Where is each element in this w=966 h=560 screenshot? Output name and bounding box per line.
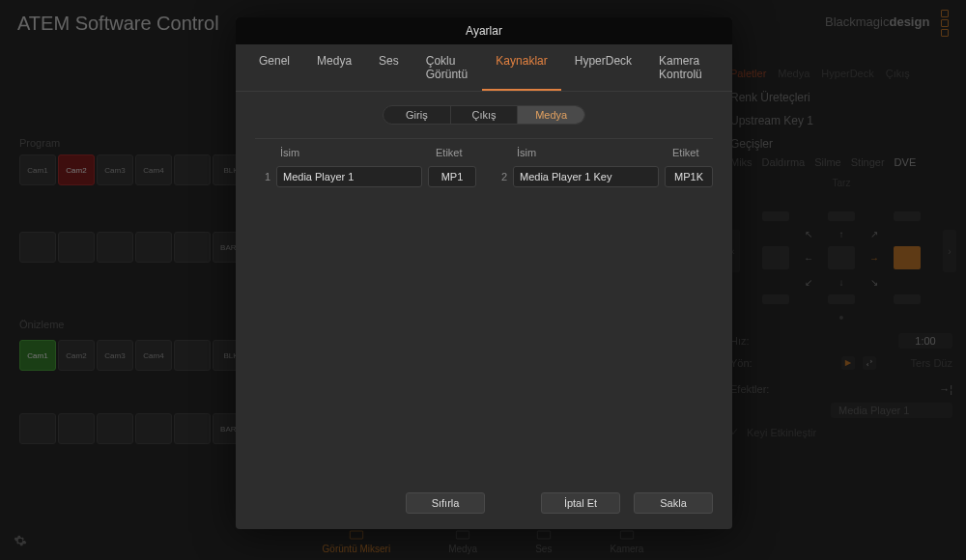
row-index: 1 [255, 171, 276, 182]
col-tag-1: Etiket [436, 147, 476, 158]
reset-button[interactable]: Sıfırla [406, 492, 485, 514]
table-header: İsim Etiket İsim Etiket [255, 139, 713, 166]
source-name-input[interactable]: Media Player 1 Key [513, 166, 659, 187]
modal-tab[interactable]: Genel [245, 44, 303, 91]
cancel-button[interactable]: İptal Et [541, 492, 620, 514]
col-name-1: İsim [274, 147, 436, 158]
segment-medya[interactable]: Medya [517, 106, 584, 124]
modal-tabs: GenelMedyaSesÇoklu GörüntüKaynaklarHyper… [236, 44, 732, 92]
source-tag-input[interactable]: MP1K [665, 166, 713, 187]
modal-tab[interactable]: Medya [303, 44, 365, 91]
modal-tab[interactable]: Ses [365, 44, 412, 91]
row-index: 2 [492, 171, 513, 182]
modal-tab[interactable]: Çoklu Görüntü [412, 44, 483, 91]
source-tag-input[interactable]: MP1 [428, 166, 476, 187]
modal-tab[interactable]: Kaynaklar [482, 44, 560, 91]
source-name-input[interactable]: Media Player 1 [276, 166, 422, 187]
modal-title: Ayarlar [236, 17, 732, 44]
col-tag-2: Etiket [672, 147, 713, 158]
col-name-2: İsim [511, 147, 672, 158]
sources-table: İsim Etiket İsim Etiket 1 Media Player 1… [255, 138, 713, 481]
segment-çıkış[interactable]: Çıkış [450, 106, 518, 124]
modal-tab[interactable]: Kamera Kontrolü [645, 44, 723, 91]
modal-tab[interactable]: HyperDeck [561, 44, 645, 91]
save-button[interactable]: Sakla [634, 492, 713, 514]
segment-giriş[interactable]: Giriş [384, 106, 450, 124]
settings-modal: Ayarlar GenelMedyaSesÇoklu GörüntüKaynak… [236, 17, 732, 529]
sources-segment-control: GirişÇıkışMedya [383, 105, 585, 125]
modal-footer: Sıfırla İptal Et Sakla [236, 481, 732, 529]
table-row: 1 Media Player 1 MP1 2 Media Player 1 Ke… [255, 166, 713, 187]
